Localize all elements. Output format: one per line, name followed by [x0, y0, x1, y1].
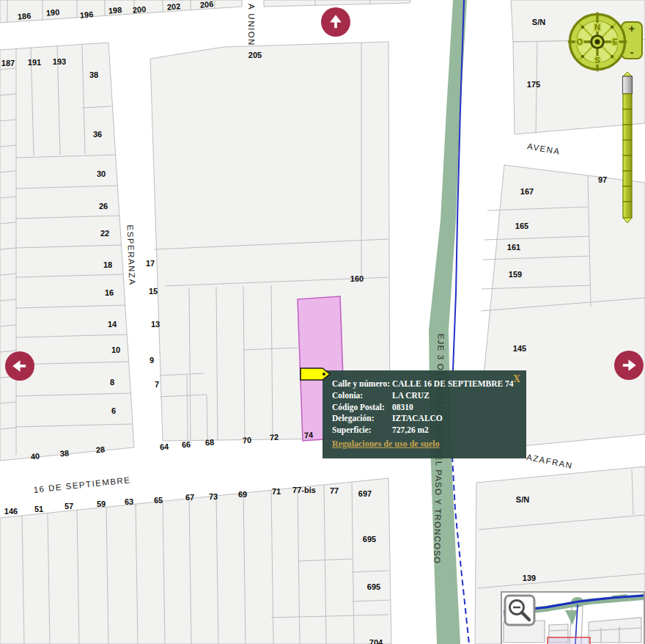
pan-left-button[interactable] — [5, 351, 34, 381]
land-use-regulations-link[interactable]: Regulaciones de uso de suelo — [332, 439, 440, 450]
tooltip-field-row: Calle y número:CALLE 16 DE SEPTIEMBRE 74 — [332, 378, 520, 390]
parcel-layer[interactable] — [0, 0, 645, 644]
compass-north-label[interactable]: N — [594, 23, 600, 32]
zoom-slider-track[interactable] — [623, 94, 632, 218]
tooltip-field-label: Colonia: — [332, 390, 392, 402]
tooltip-field-value: LA CRUZ — [392, 390, 520, 402]
tooltip-field-label: Delegación: — [332, 413, 392, 425]
tooltip-field-label: Código Postal: — [332, 402, 392, 414]
tooltip-field-label: Superficie: — [332, 425, 392, 436]
overview-map[interactable] — [501, 591, 645, 644]
up-arrow-icon — [326, 12, 345, 32]
pan-right-button[interactable] — [614, 351, 644, 380]
right-arrow-icon — [619, 356, 638, 375]
zoom-slider[interactable] — [619, 71, 635, 224]
map-viewport[interactable]: A UNIONESPERANZAAVENA16 DE SEPTIEMBREAZA… — [0, 0, 645, 644]
parcel-info-tooltip: X Calle y número:CALLE 16 DE SEPTIEMBRE … — [322, 370, 526, 458]
tooltip-field-row: Delegación:IZTACALCO — [332, 413, 520, 425]
tooltip-close-button[interactable]: X — [513, 373, 520, 385]
left-arrow-icon — [10, 356, 29, 376]
tooltip-fields: Calle y número:CALLE 16 DE SEPTIEMBRE 74… — [332, 378, 520, 436]
zoom-slider-knob[interactable] — [623, 76, 633, 94]
tooltip-field-value: IZTACALCO — [392, 413, 520, 425]
tooltip-field-value: 727,26 m2 — [392, 425, 520, 436]
compass-rose[interactable]: N S E O — [564, 8, 631, 76]
selection-tag-icon[interactable] — [299, 366, 333, 382]
tooltip-field-row: Código Postal:08310 — [332, 402, 520, 414]
compass-east-label[interactable]: E — [613, 37, 618, 46]
tooltip-field-label: Calle y número: — [332, 378, 392, 390]
tooltip-field-value: 08310 — [392, 402, 520, 414]
compass-west-label[interactable]: O — [577, 37, 583, 46]
pan-up-button[interactable] — [321, 7, 350, 37]
tooltip-field-row: Colonia:LA CRUZ — [332, 390, 520, 402]
tooltip-field-row: Superficie:727,26 m2 — [332, 425, 520, 436]
compass-south-label[interactable]: S — [594, 56, 600, 65]
overview-zoom-out-button[interactable] — [505, 596, 534, 625]
extent-rectangle[interactable] — [548, 637, 590, 644]
tooltip-field-value: CALLE 16 DE SEPTIEMBRE 74 — [392, 378, 520, 390]
